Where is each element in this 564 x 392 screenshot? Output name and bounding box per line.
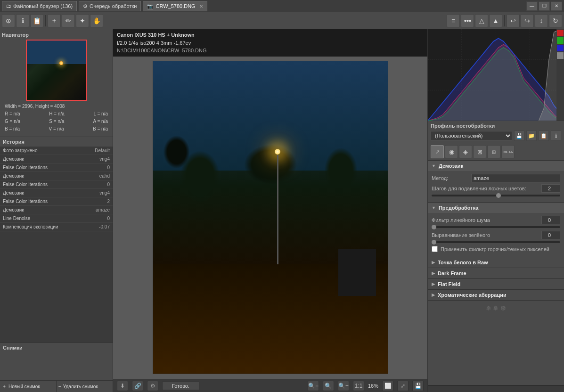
zoom-100-button[interactable]: 1:1 <box>353 381 364 391</box>
history-item-value: 0 <box>107 216 110 221</box>
history-item[interactable]: Демозаикeahd <box>0 172 113 180</box>
wand-button[interactable]: ✦ <box>76 14 89 27</box>
undo-button[interactable]: ↩ <box>507 14 520 27</box>
line-denoise-slider[interactable] <box>432 226 560 228</box>
chromatic-section[interactable]: ▶ Хроматические аберрации <box>428 290 564 301</box>
l-val: L = n/a <box>94 110 108 118</box>
nav-button[interactable]: ⊕ <box>2 14 15 27</box>
warn2-button[interactable]: ▲ <box>489 14 502 27</box>
history-item-name: Демозаик <box>3 156 24 162</box>
lines-button[interactable]: ≡ <box>447 14 460 27</box>
history-item-name: Компенсация экспозиции <box>3 224 58 229</box>
tab-queue-label: Очередь обработки <box>90 3 137 9</box>
zoom-out-button[interactable]: 🔍− <box>308 381 319 391</box>
tab-file-browser[interactable]: 🗂 Файловый браузер (136) <box>2 1 77 11</box>
hist-red-btn[interactable] <box>557 30 564 36</box>
hist-blue-btn[interactable] <box>557 45 564 51</box>
close-window-button[interactable]: ✕ <box>551 1 562 11</box>
dark-frame-section[interactable]: ▶ Dark Frame <box>428 268 564 279</box>
zoom-in-button[interactable]: 🔍+ <box>338 381 349 391</box>
share-button[interactable]: 🔗 <box>132 381 143 391</box>
copy-button[interactable]: 📋 <box>30 14 43 27</box>
preprocessing-header[interactable]: ▼ Предобработка <box>428 203 564 213</box>
export-button[interactable]: ⬇ <box>117 381 128 391</box>
profile-info-btn[interactable]: ℹ <box>551 131 561 141</box>
tool-color[interactable]: ◉ <box>445 145 458 158</box>
right-scrollable[interactable]: ▼ Демозаик Метод: Шагов для подавления л… <box>428 161 564 385</box>
rotate-button[interactable]: ↻ <box>549 14 562 27</box>
history-list[interactable]: Фото загруженоDefaultДемозаикvng4False C… <box>0 147 113 343</box>
line-denoise-input[interactable] <box>541 216 560 224</box>
flat-field-arrow: ▶ <box>432 282 435 286</box>
tool-curve[interactable]: ↗ <box>431 145 444 158</box>
hot-pixels-checkbox[interactable] <box>432 246 438 252</box>
fullscreen-button[interactable]: ⬜ <box>382 381 393 391</box>
tool-detail[interactable]: ◈ <box>459 145 472 158</box>
green-eq-slider[interactable] <box>432 241 560 243</box>
history-item[interactable]: Line Denoise0 <box>0 214 113 223</box>
histogram-canvas <box>428 29 564 121</box>
settings-button[interactable]: ⚙ <box>147 381 158 391</box>
tab-queue[interactable]: ⚙ Очередь обработки <box>79 1 141 11</box>
edit-button[interactable]: ✏ <box>62 14 75 27</box>
history-item[interactable]: Фото загруженоDefault <box>0 147 113 155</box>
image-container[interactable] <box>113 57 427 379</box>
green-eq-input[interactable] <box>541 231 560 239</box>
steps-row: Шагов для подавления ложных цветов: <box>432 184 560 193</box>
demosaic-arrow: ▼ <box>432 163 436 168</box>
profile-save-btn[interactable]: 💾 <box>514 131 524 141</box>
tool-meta[interactable]: META <box>501 145 515 158</box>
tool-resize[interactable]: ⊞ <box>487 145 500 158</box>
dimensions: Width = 2996, Height = 4008 <box>5 103 108 110</box>
history-item[interactable]: False Color Iterations2 <box>0 197 113 206</box>
maximize-button[interactable]: ❐ <box>539 1 550 11</box>
history-item[interactable]: Демозаикvng4 <box>0 189 113 197</box>
info-button[interactable]: ℹ <box>16 14 29 27</box>
hand-button[interactable]: ✋ <box>90 14 103 27</box>
minimize-button[interactable]: — <box>526 1 538 11</box>
delete-snapshot-button[interactable]: − Удалить снимок <box>57 381 113 392</box>
new-snapshot-button[interactable]: ＋ Новый снимок <box>0 381 57 392</box>
add-button[interactable]: ＋ <box>48 14 61 27</box>
line-denoise-handle[interactable] <box>432 225 436 229</box>
redo-button[interactable]: ↪ <box>521 14 534 27</box>
history-item[interactable]: False Color Iterations0 <box>0 163 113 172</box>
flip-button[interactable]: ↕ <box>535 14 548 27</box>
close-tab-icon[interactable]: ✕ <box>199 4 203 9</box>
profile-select[interactable]: (Пользовательский) <box>431 131 512 140</box>
history-item-value: vng4 <box>99 156 110 162</box>
save-button[interactable]: 💾 <box>412 381 424 391</box>
history-item[interactable]: Компенсация экспозиции-0.07 <box>0 223 113 231</box>
demosaic-slider-track[interactable] <box>432 195 560 196</box>
hist-lum-btn[interactable] <box>557 52 564 59</box>
profile-load-btn[interactable]: 📁 <box>526 131 537 141</box>
flat-field-section[interactable]: ▶ Flat Field <box>428 279 564 290</box>
history-item-value: 0 <box>107 182 110 187</box>
steps-input[interactable] <box>541 184 560 193</box>
right-scrollbar-bottom[interactable] <box>428 385 564 392</box>
info-row-2: G = n/a S = n/a A = n/a <box>5 118 108 125</box>
green-eq-handle[interactable] <box>432 240 436 245</box>
warn1-button[interactable]: △ <box>475 14 488 27</box>
image-info-bar: Canon IXUS 310 HS + Unknown f/2.0 1/4s i… <box>113 29 427 57</box>
line-denoise-label: Фильтр линейного шума <box>432 217 539 223</box>
demosaic-section: ▼ Демозаик Метод: Шагов для подавления л… <box>428 161 564 203</box>
file-browser-icon: 🗂 <box>6 3 11 9</box>
hist-green-btn[interactable] <box>557 37 564 44</box>
white-point-section[interactable]: ▶ Точка белого в Raw <box>428 257 564 268</box>
tab-raw-file[interactable]: 📷 CRW_5780.DNG ✕ <box>143 1 207 11</box>
hot-pixels-label: Применить фильтр горячих/темных пикселей <box>441 246 549 252</box>
tool-transform[interactable]: ⊠ <box>473 145 486 158</box>
fit-window-button[interactable]: ⤢ <box>397 381 409 391</box>
history-item[interactable]: Демозаикvng4 <box>0 155 113 163</box>
dots-button[interactable]: ●●● <box>461 14 474 27</box>
profile-copy-btn[interactable]: 📋 <box>539 131 549 141</box>
history-item[interactable]: Демозаикamaze <box>0 206 113 214</box>
zoom-fit-button[interactable]: 🔍 <box>323 381 334 391</box>
method-input[interactable] <box>471 174 560 182</box>
right-panel: Профиль постобработки (Пользовательский)… <box>427 29 564 392</box>
history-item[interactable]: False Color Iterations0 <box>0 180 113 189</box>
demosaic-header[interactable]: ▼ Демозаик <box>428 161 564 171</box>
demosaic-slider-handle[interactable] <box>496 193 501 198</box>
history-item-name: False Color Iterations <box>3 199 48 204</box>
